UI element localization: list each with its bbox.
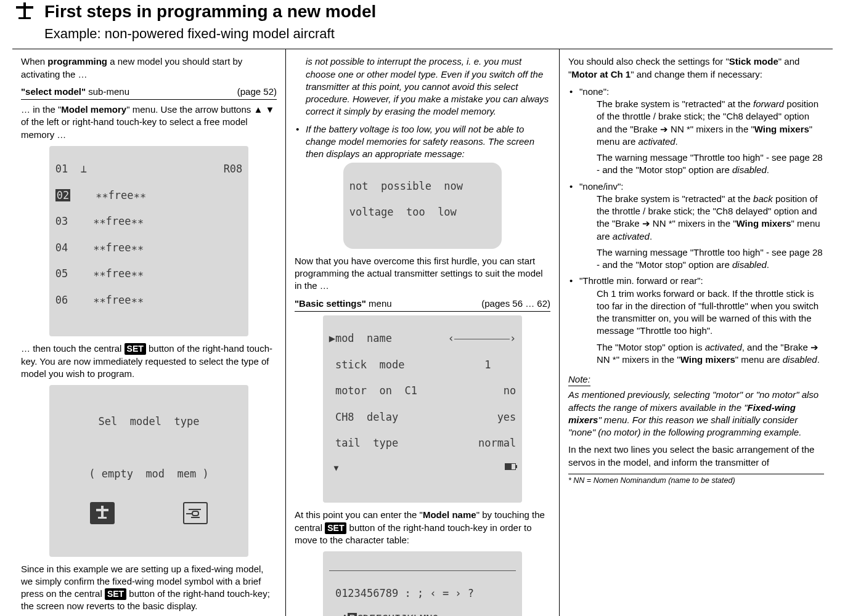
svg-rect-2 xyxy=(23,9,26,17)
col2-cont: is not possible to interrupt the process… xyxy=(295,55,550,118)
list-item: "none": The brake system is "retracted" … xyxy=(568,86,824,177)
svg-rect-4 xyxy=(101,506,104,509)
col3-p1: You should also check the settings for "… xyxy=(568,55,824,81)
footnote: * NN = Nomen Nominandum (name to be stat… xyxy=(568,474,824,486)
lcd-model-list: 01 ⊥R08 02 ∗∗free∗∗ 03 ∗∗free∗∗ 04 ∗∗fre… xyxy=(49,146,249,337)
helicopter-model-icon xyxy=(183,502,208,524)
column-1: When programming a new model you should … xyxy=(12,49,285,616)
note-heading: Note: xyxy=(568,373,590,386)
list-item: "none/inv": The brake system is "retract… xyxy=(568,180,824,272)
lcd-char-table: 0123456789 : ; ‹ = › ? ABCDEFGHIJKLMNO P… xyxy=(323,551,523,616)
set-button-icon: SET xyxy=(325,522,346,534)
svg-rect-0 xyxy=(23,2,26,6)
col3-note: As mentioned previously, selecting "moto… xyxy=(568,389,824,439)
lcd-voltage-warning: not possible now voltage too low xyxy=(343,163,502,249)
svg-rect-6 xyxy=(101,511,104,517)
fixed-wing-icon xyxy=(12,2,37,22)
svg-rect-5 xyxy=(96,509,108,511)
svg-rect-9 xyxy=(192,511,198,516)
column-2: is not possible to interrupt the process… xyxy=(285,49,559,616)
svg-rect-3 xyxy=(18,17,31,19)
set-button-icon: SET xyxy=(125,343,146,355)
svg-rect-7 xyxy=(98,517,107,519)
page-title: First steps in programming a new model xyxy=(44,0,376,23)
down-arrow-icon: ▼ xyxy=(329,463,339,473)
subhead-select-model: "select model" sub-menu (page 52) xyxy=(21,86,277,100)
set-button-icon: SET xyxy=(105,588,126,600)
column-3: You should also check the settings for "… xyxy=(559,49,833,616)
col1-intro: When programming a new model you should … xyxy=(21,55,277,81)
battery-icon xyxy=(505,463,516,470)
fixed-wing-glyph-icon: ⊥ xyxy=(81,163,87,175)
svg-rect-1 xyxy=(16,6,33,9)
col2-p2: Now that you have overcome this first hu… xyxy=(295,255,550,293)
lcd-model-type: Sel model type ( empty mod mem ) xyxy=(49,385,249,557)
col1-p4: Since in this example we are setting up … xyxy=(21,563,277,613)
fixed-wing-model-icon xyxy=(90,502,115,524)
lcd-basic-settings: ▶mod name‹› stick mode1 motor on C1no CH… xyxy=(323,315,523,503)
col2-p3: At this point you can enter the "Model n… xyxy=(295,509,550,546)
subhead-basic-settings: "Basic settings" menu (pages 56 … 62) xyxy=(295,298,550,312)
col1-p2: … in the "Model memory" menu. Use the ar… xyxy=(21,103,277,141)
note-item: If the battery voltage is too low, you w… xyxy=(295,123,550,161)
list-item: "Throttle min. forward or rear": Ch 1 tr… xyxy=(568,275,824,366)
col1-p3: … then touch the central SET button of t… xyxy=(21,342,277,380)
page-subtitle: Example: non-powered fixed-wing model ai… xyxy=(44,25,833,43)
col3-last: In the next two lines you select the bas… xyxy=(568,444,824,469)
